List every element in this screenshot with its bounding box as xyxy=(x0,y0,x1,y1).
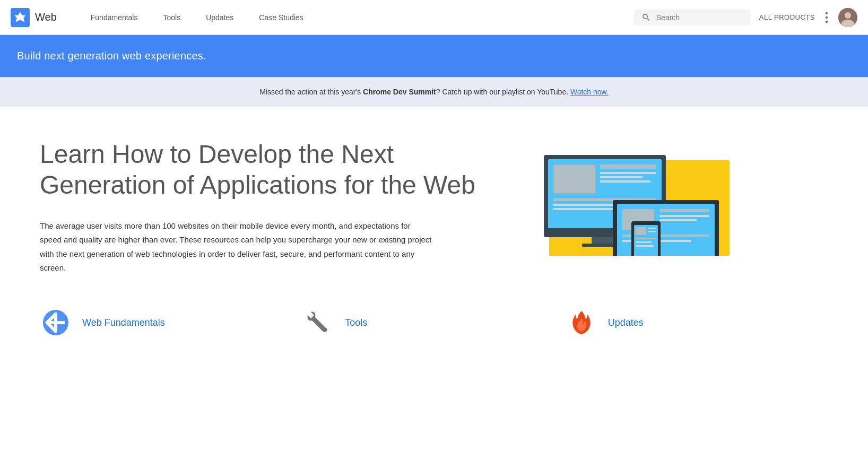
hero-banner: Build next generation web experiences. xyxy=(0,35,868,77)
svg-rect-12 xyxy=(600,180,650,183)
nav-right: ALL PRODUCTS xyxy=(634,8,857,27)
navbar: Web Fundamentals Tools Updates Case Stud… xyxy=(0,0,868,35)
bottom-cards: Web Fundamentals Tools Updates xyxy=(40,307,828,349)
main-description: The average user visits more than 100 we… xyxy=(40,219,432,275)
svg-rect-23 xyxy=(659,219,697,221)
search-icon xyxy=(641,13,651,22)
bottom-card-tools[interactable]: Tools xyxy=(302,307,565,339)
updates-label: Updates xyxy=(608,317,644,328)
svg-rect-31 xyxy=(648,231,656,232)
content-right xyxy=(539,139,730,258)
more-vert-icon[interactable] xyxy=(823,10,830,25)
updates-icon xyxy=(566,307,597,339)
svg-rect-7 xyxy=(553,164,596,194)
bottom-card-web-fundamentals[interactable]: Web Fundamentals xyxy=(40,307,302,339)
nav-links: Fundamentals Tools Updates Case Studies xyxy=(78,0,634,35)
search-input[interactable] xyxy=(656,13,743,22)
main-heading: Learn How to Develop the Next Generation… xyxy=(40,139,517,200)
logo-text: Web xyxy=(35,11,57,23)
all-products-button[interactable]: ALL PRODUCTS xyxy=(759,13,815,21)
notification-bar: Missed the action at this year's Chrome … xyxy=(0,77,868,107)
notification-text: Missed the action at this year's Chrome … xyxy=(259,86,609,98)
user-avatar[interactable] xyxy=(838,8,857,27)
svg-rect-29 xyxy=(636,227,646,235)
web-fundamentals-icon xyxy=(40,307,72,339)
content-grid: Learn How to Develop the Next Generation… xyxy=(40,139,828,275)
nav-logo[interactable]: Web xyxy=(11,8,57,27)
logo-icon xyxy=(11,8,30,27)
svg-rect-22 xyxy=(659,215,709,217)
hero-banner-text: Build next generation web experiences. xyxy=(17,50,206,62)
nav-item-fundamentals[interactable]: Fundamentals xyxy=(78,0,151,35)
content-left: Learn How to Develop the Next Generation… xyxy=(40,139,517,275)
svg-point-2 xyxy=(845,12,851,19)
bottom-card-updates[interactable]: Updates xyxy=(566,307,828,339)
svg-rect-32 xyxy=(636,238,656,239)
svg-rect-30 xyxy=(648,228,656,229)
main-content: Learn How to Develop the Next Generation… xyxy=(23,107,845,370)
nav-item-tools[interactable]: Tools xyxy=(150,0,193,35)
chrome-dev-summit-highlight: Chrome Dev Summit xyxy=(363,88,436,96)
svg-rect-34 xyxy=(636,245,654,247)
svg-rect-9 xyxy=(600,164,656,169)
nav-item-case-studies[interactable]: Case Studies xyxy=(246,0,316,35)
svg-rect-11 xyxy=(600,176,643,178)
svg-rect-33 xyxy=(636,241,652,243)
svg-rect-21 xyxy=(659,209,709,212)
search-box[interactable] xyxy=(634,10,751,25)
watch-now-link[interactable]: Watch now. xyxy=(570,88,609,96)
devices-illustration xyxy=(539,139,730,256)
tools-label: Tools xyxy=(345,317,367,328)
avatar-image xyxy=(838,8,857,27)
web-fundamentals-label: Web Fundamentals xyxy=(82,317,165,328)
svg-rect-10 xyxy=(600,172,656,174)
nav-item-updates[interactable]: Updates xyxy=(193,0,246,35)
tools-icon xyxy=(302,307,334,339)
